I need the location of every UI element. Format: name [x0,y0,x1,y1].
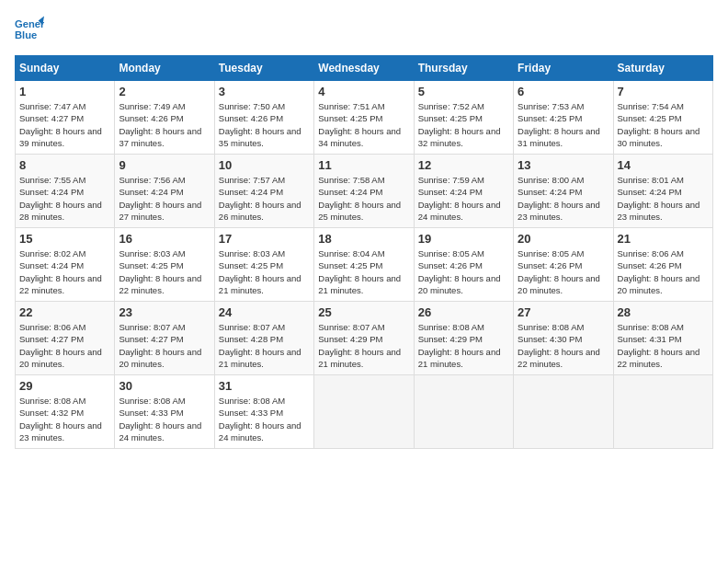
day-number: 25 [318,305,409,319]
sunset-label: Sunset: 4:25 PM [219,260,283,270]
calendar-cell: 25Sunrise: 8:07 AMSunset: 4:29 PMDayligh… [314,302,414,375]
sunrise-label: Sunrise: 8:06 AM [19,322,85,332]
daylight-label: Daylight: 8 hours and 23 minutes. [518,200,600,222]
day-number: 28 [618,305,709,319]
calendar-cell: 19Sunrise: 8:05 AMSunset: 4:26 PMDayligh… [414,228,513,302]
sunrise-label: Sunrise: 7:55 AM [19,175,85,185]
day-number: 18 [318,232,409,246]
sunset-label: Sunset: 4:25 PM [119,260,183,270]
day-number: 14 [618,158,709,172]
col-header-tuesday: Tuesday [214,56,313,81]
sunrise-label: Sunrise: 8:02 AM [19,248,85,259]
sunset-label: Sunset: 4:26 PM [618,260,682,270]
sunset-label: Sunset: 4:29 PM [418,334,483,344]
sunrise-label: Sunrise: 8:01 AM [618,175,684,185]
sunrise-label: Sunrise: 7:50 AM [219,101,285,111]
daylight-label: Daylight: 8 hours and 25 minutes. [318,200,401,222]
sunset-label: Sunset: 4:25 PM [318,113,382,123]
sunrise-label: Sunrise: 7:56 AM [119,175,185,185]
sunrise-label: Sunrise: 8:08 AM [119,396,185,406]
daylight-label: Daylight: 8 hours and 28 minutes. [19,200,102,222]
day-number: 20 [518,232,609,246]
sunrise-label: Sunrise: 7:52 AM [418,101,484,111]
sunset-label: Sunset: 4:24 PM [618,187,682,197]
sunset-label: Sunset: 4:32 PM [19,408,84,418]
sunset-label: Sunset: 4:24 PM [19,187,84,197]
sunrise-label: Sunrise: 8:08 AM [518,322,584,332]
logo: General Blue [15,15,48,44]
calendar-cell: 22Sunrise: 8:06 AMSunset: 4:27 PMDayligh… [16,302,115,375]
svg-text:Blue: Blue [15,29,37,40]
daylight-label: Daylight: 8 hours and 24 minutes. [119,420,201,442]
sunset-label: Sunset: 4:27 PM [119,334,183,344]
sunrise-label: Sunrise: 7:54 AM [618,101,684,111]
daylight-label: Daylight: 8 hours and 21 minutes. [219,273,301,295]
calendar-cell: 31Sunrise: 8:08 AMSunset: 4:33 PMDayligh… [214,375,313,449]
day-number: 30 [119,379,210,393]
daylight-label: Daylight: 8 hours and 22 minutes. [119,273,201,295]
calendar-cell [613,375,712,449]
calendar-table: SundayMondayTuesdayWednesdayThursdayFrid… [15,55,713,449]
sunset-label: Sunset: 4:27 PM [19,334,84,344]
calendar-cell: 12Sunrise: 7:59 AMSunset: 4:24 PMDayligh… [414,155,513,228]
daylight-label: Daylight: 8 hours and 37 minutes. [119,126,201,148]
sunrise-label: Sunrise: 7:59 AM [418,175,484,185]
sunset-label: Sunset: 4:27 PM [19,113,84,123]
logo-icon: General Blue [15,15,44,44]
calendar-week-3: 15Sunrise: 8:02 AMSunset: 4:24 PMDayligh… [16,228,713,302]
page-header: General Blue [15,15,713,44]
sunset-label: Sunset: 4:24 PM [318,187,382,197]
sunrise-label: Sunrise: 8:06 AM [618,248,684,259]
day-number: 29 [19,379,110,393]
calendar-cell: 1Sunrise: 7:47 AMSunset: 4:27 PMDaylight… [16,81,115,155]
sunrise-label: Sunrise: 8:05 AM [418,248,484,259]
daylight-label: Daylight: 8 hours and 39 minutes. [19,126,102,148]
col-header-friday: Friday [514,56,613,81]
sunrise-label: Sunrise: 8:08 AM [19,396,85,406]
day-number: 10 [219,158,310,172]
calendar-cell: 29Sunrise: 8:08 AMSunset: 4:32 PMDayligh… [16,375,115,449]
daylight-label: Daylight: 8 hours and 24 minutes. [418,200,501,222]
col-header-monday: Monday [115,56,214,81]
sunrise-label: Sunrise: 8:08 AM [219,396,285,406]
calendar-cell: 7Sunrise: 7:54 AMSunset: 4:25 PMDaylight… [613,81,712,155]
sunset-label: Sunset: 4:33 PM [219,408,283,418]
calendar-week-4: 22Sunrise: 8:06 AMSunset: 4:27 PMDayligh… [16,302,713,375]
calendar-cell: 18Sunrise: 8:04 AMSunset: 4:25 PMDayligh… [314,228,414,302]
calendar-cell: 21Sunrise: 8:06 AMSunset: 4:26 PMDayligh… [613,228,712,302]
calendar-cell: 16Sunrise: 8:03 AMSunset: 4:25 PMDayligh… [115,228,214,302]
sunset-label: Sunset: 4:26 PM [219,113,283,123]
calendar-week-1: 1Sunrise: 7:47 AMSunset: 4:27 PMDaylight… [16,81,713,155]
day-number: 9 [119,158,210,172]
col-header-wednesday: Wednesday [314,56,414,81]
sunrise-label: Sunrise: 7:57 AM [219,175,285,185]
sunset-label: Sunset: 4:26 PM [418,260,483,270]
daylight-label: Daylight: 8 hours and 24 minutes. [219,420,301,442]
sunrise-label: Sunrise: 8:07 AM [219,322,285,332]
sunset-label: Sunset: 4:30 PM [518,334,582,344]
day-number: 6 [518,85,609,98]
sunrise-label: Sunrise: 7:51 AM [318,101,384,111]
daylight-label: Daylight: 8 hours and 20 minutes. [518,273,600,295]
daylight-label: Daylight: 8 hours and 21 minutes. [219,347,301,369]
calendar-cell: 9Sunrise: 7:56 AMSunset: 4:24 PMDaylight… [115,155,214,228]
daylight-label: Daylight: 8 hours and 20 minutes. [119,347,201,369]
sunrise-label: Sunrise: 8:00 AM [518,175,584,185]
sunset-label: Sunset: 4:24 PM [19,260,84,270]
day-number: 12 [418,158,509,172]
day-number: 1 [19,85,110,98]
sunrise-label: Sunrise: 7:53 AM [518,101,584,111]
sunset-label: Sunset: 4:25 PM [318,260,382,270]
day-number: 17 [219,232,310,246]
calendar-cell: 14Sunrise: 8:01 AMSunset: 4:24 PMDayligh… [613,155,712,228]
sunset-label: Sunset: 4:25 PM [518,113,582,123]
calendar-cell: 10Sunrise: 7:57 AMSunset: 4:24 PMDayligh… [214,155,313,228]
sunset-label: Sunset: 4:24 PM [418,187,483,197]
day-number: 21 [618,232,709,246]
sunrise-label: Sunrise: 7:49 AM [119,101,185,111]
calendar-week-2: 8Sunrise: 7:55 AMSunset: 4:24 PMDaylight… [16,155,713,228]
calendar-cell: 26Sunrise: 8:08 AMSunset: 4:29 PMDayligh… [414,302,513,375]
daylight-label: Daylight: 8 hours and 21 minutes. [418,347,501,369]
sunrise-label: Sunrise: 8:08 AM [618,322,684,332]
sunrise-label: Sunrise: 8:04 AM [318,248,384,259]
